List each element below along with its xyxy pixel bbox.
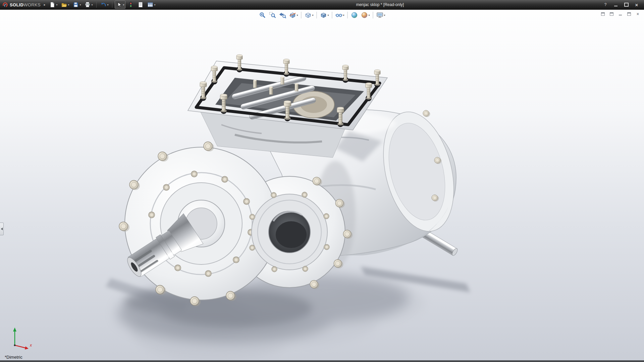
view-orientation-label: *Dimetric xyxy=(5,355,22,360)
triad-y-arrowhead xyxy=(13,327,16,331)
zoom-to-fit-icon xyxy=(259,11,266,19)
document-restore-icon xyxy=(627,12,631,16)
view-orientation-button[interactable]: ▾ xyxy=(304,11,314,19)
document-restore-button[interactable] xyxy=(626,11,632,16)
dropdown-arrow[interactable]: ▾ xyxy=(343,14,344,17)
dropdown-arrow[interactable]: ▾ xyxy=(56,3,57,6)
screen-bottom-edge xyxy=(0,360,644,362)
menu-expand-arrow[interactable]: ▸ xyxy=(44,3,46,6)
rebuild-button[interactable] xyxy=(126,1,135,9)
titlebar: SOLIDWORKS ▸ ▾ ▾ ▾ ▾ ▾ ▾ xyxy=(0,0,644,10)
close-button[interactable]: × xyxy=(633,2,641,8)
toolbar-separator xyxy=(373,12,373,18)
options-icon xyxy=(147,2,153,8)
view-settings-button[interactable]: ▾ xyxy=(376,11,386,19)
document-minimize-icon xyxy=(619,15,622,15)
minimize-icon xyxy=(614,6,618,6)
help-button[interactable]: ? xyxy=(601,2,609,8)
hide-show-items-icon xyxy=(335,11,343,19)
maximize-icon xyxy=(624,3,629,7)
window-title: menjac sklop * [Read-only] xyxy=(356,2,404,7)
featuremanager-collapse-tab[interactable] xyxy=(0,223,4,235)
dropdown-arrow[interactable]: ▾ xyxy=(68,3,69,6)
minimize-button[interactable] xyxy=(612,2,620,8)
orientation-triad: x xyxy=(3,324,34,351)
save-button[interactable]: ▾ xyxy=(71,1,82,9)
view-settings-icon xyxy=(376,11,384,19)
open-button[interactable]: ▾ xyxy=(60,1,70,9)
display-style-icon xyxy=(320,11,327,19)
dropdown-arrow[interactable]: ▾ xyxy=(312,14,313,17)
brand-works: WORKS xyxy=(23,2,41,7)
section-view-icon xyxy=(289,11,296,19)
zoom-to-fit-button[interactable] xyxy=(258,11,267,19)
document-close-button[interactable]: × xyxy=(635,11,641,16)
save-icon xyxy=(73,2,79,8)
file-properties-button[interactable] xyxy=(136,1,145,9)
triad-x-arrowhead xyxy=(25,346,29,350)
display-style-button[interactable]: ▾ xyxy=(319,11,329,19)
dropdown-arrow[interactable]: ▾ xyxy=(107,3,108,6)
brand-solid: SOLID xyxy=(10,2,23,7)
ds-logo-icon xyxy=(2,2,8,8)
dropdown-arrow[interactable]: ▾ xyxy=(327,14,329,17)
toolbar-separator xyxy=(332,12,332,18)
tile-windows-icon xyxy=(601,12,605,16)
hide-show-items-button[interactable]: ▾ xyxy=(335,11,345,19)
dropdown-arrow[interactable]: ▾ xyxy=(123,3,124,6)
triad-x-label: x xyxy=(30,343,32,348)
options-button[interactable]: ▾ xyxy=(146,1,157,9)
dropdown-arrow[interactable]: ▾ xyxy=(79,3,81,6)
collapse-arrow-icon xyxy=(1,228,3,230)
dropdown-arrow[interactable]: ▾ xyxy=(91,3,93,6)
apply-scene-icon xyxy=(361,11,368,19)
app-logo: SOLIDWORKS xyxy=(0,2,43,8)
zoom-to-area-icon xyxy=(269,11,276,19)
previous-view-button[interactable] xyxy=(278,11,287,19)
toolbar-separator xyxy=(301,12,301,18)
tile-windows-button[interactable] xyxy=(600,11,606,16)
toolbar-separator xyxy=(96,2,97,8)
print-icon xyxy=(85,2,91,8)
toolbar-separator xyxy=(112,2,112,8)
cascade-windows-button[interactable] xyxy=(609,11,614,16)
edit-appearance-button[interactable] xyxy=(350,11,359,19)
toolbar-separator xyxy=(347,12,348,18)
rebuild-icon xyxy=(128,2,134,8)
toolbar-separator xyxy=(316,12,317,18)
edit-appearance-icon xyxy=(351,11,358,19)
dropdown-arrow[interactable]: ▾ xyxy=(154,3,155,6)
undo-icon xyxy=(100,2,106,8)
window-controls: ? × xyxy=(601,2,644,8)
dropdown-arrow[interactable]: ▾ xyxy=(369,14,370,17)
zoom-to-area-button[interactable] xyxy=(268,11,277,19)
file-properties-icon xyxy=(138,2,144,8)
apply-scene-button[interactable]: ▾ xyxy=(360,11,371,19)
new-document-icon xyxy=(49,2,55,8)
select-cursor-icon xyxy=(116,2,122,8)
dropdown-arrow[interactable]: ▾ xyxy=(384,14,385,17)
3d-viewport[interactable] xyxy=(0,0,644,362)
triad-x-axis xyxy=(15,345,25,348)
select-button[interactable]: ▾ xyxy=(115,1,125,9)
triad-origin xyxy=(14,344,15,346)
main-toolbar: ▾ ▾ ▾ ▾ ▾ ▾ ▾ xyxy=(48,1,157,9)
dropdown-arrow[interactable]: ▾ xyxy=(297,14,298,17)
section-view-button[interactable]: ▾ xyxy=(288,11,299,19)
view-orientation-icon xyxy=(304,11,312,19)
print-button[interactable]: ▾ xyxy=(83,1,94,9)
document-minimize-button[interactable] xyxy=(618,11,623,16)
heads-up-view-toolbar: ▾ ▾ ▾ ▾ ▾ ▾ xyxy=(258,11,386,19)
open-icon xyxy=(61,2,67,8)
cascade-windows-icon xyxy=(610,12,613,16)
previous-view-icon xyxy=(279,11,286,19)
new-document-button[interactable]: ▾ xyxy=(48,1,59,9)
document-window-controls: × xyxy=(600,11,641,16)
maximize-button[interactable] xyxy=(622,2,630,8)
undo-button[interactable]: ▾ xyxy=(99,1,110,9)
